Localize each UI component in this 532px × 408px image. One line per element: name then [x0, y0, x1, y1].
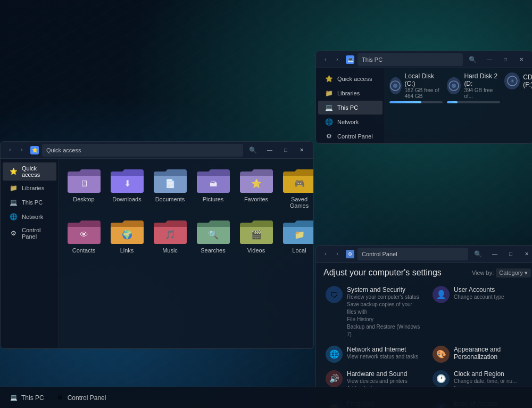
drive-item-f[interactable]: CD Drive (F:): [504, 72, 532, 89]
maximize-button[interactable]: □: [498, 54, 513, 65]
folder-contacts[interactable]: 👁 Contacts: [64, 215, 103, 256]
qa-sidebar-this-pc[interactable]: 💻 This PC: [3, 195, 56, 209]
cp-item-appearance[interactable]: 🎨 Appearance and Personalization: [430, 344, 531, 365]
qa-close-button[interactable]: ✕: [294, 145, 309, 156]
folders-grid: 🖥 Desktop ⬇ Downloads 📄 Documents: [59, 159, 313, 348]
contacts-folder-icon: 👁: [66, 217, 101, 245]
taskbar-control-panel-label: Control Panel: [68, 394, 106, 402]
user-accounts-sub: Change account type: [454, 293, 504, 301]
titlebar-extra: — □ ✕: [482, 54, 529, 65]
cp-titlebar-extra: — □ ✕: [487, 249, 532, 259]
svg-text:🌍: 🌍: [122, 230, 132, 240]
cp-viewby-button[interactable]: Category ▾: [496, 268, 531, 278]
network-internet-title: Network and Internet: [347, 346, 418, 353]
cp-back-button[interactable]: ‹: [320, 249, 331, 259]
qa-sidebar-libraries[interactable]: 📁 Libraries: [3, 181, 56, 195]
qa-forward-button[interactable]: ›: [16, 145, 27, 156]
qa-search-button[interactable]: 🔍: [246, 144, 259, 157]
cp-address-bar[interactable]: Control Panel: [358, 248, 468, 260]
drive-space-c: 182 GB free of 464 GB: [405, 87, 443, 99]
cp-header: Adjust your computer's settings View by:…: [323, 268, 531, 278]
cp-maximize-button[interactable]: □: [503, 249, 518, 259]
window-controls: — □ ✕: [482, 54, 529, 65]
sidebar-item-quick-access[interactable]: ⭐ Quick access: [318, 72, 383, 86]
svg-text:🎮: 🎮: [294, 178, 305, 189]
svg-point-3: [452, 84, 456, 88]
cp-titlebar: ‹ › ⚙ Control Panel 🔍 — □ ✕: [316, 246, 532, 263]
drive-name-f: CD Drive (F:): [523, 74, 532, 88]
network-internet-sub: View network status and tasks: [347, 353, 418, 361]
drive-space-d: 394 GB free of...: [464, 87, 500, 99]
folder-favorites[interactable]: ⭐ Favorites: [237, 164, 276, 211]
this-pc-sidebar: ⭐ Quick access 📁 Libraries 💻 This PC 🌐 N…: [316, 68, 385, 143]
this-pc-content: ⭐ Quick access 📁 Libraries 💻 This PC 🌐 N…: [316, 68, 532, 143]
sidebar-item-libraries[interactable]: 📁 Libraries: [318, 86, 383, 100]
control-panel-icon: ⚙: [325, 132, 333, 141]
qa-content: ⭐ Quick access 📁 Libraries 💻 This PC 🌐 N…: [1, 159, 313, 348]
svg-text:⭐: ⭐: [251, 178, 262, 189]
folder-music-label: Music: [162, 247, 178, 254]
sidebar-item-this-pc[interactable]: 💻 This PC: [318, 101, 383, 115]
minimize-button[interactable]: —: [482, 54, 497, 65]
folder-downloads[interactable]: ⬇ Downloads: [107, 164, 146, 211]
folder-links[interactable]: 🌍 Links: [107, 215, 146, 256]
folder-pictures-label: Pictures: [203, 196, 224, 202]
cp-item-network-internet[interactable]: 🌐 Network and Internet View network stat…: [323, 344, 424, 365]
taskbar-item-this-pc[interactable]: 💻 This PC: [4, 390, 49, 406]
cp-minimize-button[interactable]: —: [487, 249, 502, 259]
network-icon: 🌐: [325, 118, 333, 126]
sidebar-item-control-panel[interactable]: ⚙ Control Panel: [318, 129, 383, 143]
system-security-title: System and Security: [347, 286, 422, 293]
close-button[interactable]: ✕: [514, 54, 529, 65]
videos-folder-icon: 🎬: [239, 217, 273, 245]
taskbar-item-control-panel[interactable]: ⚙ Control Panel: [51, 390, 112, 406]
qa-control-panel-icon: ⚙: [9, 229, 18, 238]
qa-maximize-button[interactable]: □: [278, 145, 293, 156]
pictures-folder-icon: 🏔: [196, 166, 230, 194]
folder-searches[interactable]: 🔍 Searches: [194, 215, 232, 256]
window-icon: 💻: [346, 55, 354, 64]
qa-sidebar-control-panel[interactable]: ⚙ Control Panel: [3, 224, 56, 242]
control-panel-window: ‹ › ⚙ Control Panel 🔍 — □ ✕ Adjust your …: [315, 245, 532, 408]
qa-address-bar[interactable]: Quick access: [42, 144, 243, 157]
appearance-title: Appearance and Personalization: [454, 346, 529, 361]
qa-sidebar-quick-access[interactable]: ⭐ Quick access: [3, 162, 56, 181]
drive-bar-fill-c: [389, 101, 421, 103]
folder-desktop[interactable]: 🖥 Desktop: [64, 164, 103, 211]
cp-search-button[interactable]: 🔍: [471, 248, 484, 260]
address-bar[interactable]: This PC: [358, 53, 463, 66]
sidebar-item-network[interactable]: 🌐 Network: [318, 115, 383, 129]
address-path: This PC: [362, 56, 383, 63]
folder-videos[interactable]: 🎬 Videos: [237, 215, 276, 256]
local-folder-icon: 📁: [282, 217, 313, 245]
user-accounts-icon: 👤: [433, 286, 450, 303]
drive-item-c[interactable]: Local Disk (C:) 182 GB free of 464 GB: [389, 72, 443, 103]
folder-favorites-label: Favorites: [244, 196, 268, 202]
cp-item-user-accounts[interactable]: 👤 User Accounts Change account type: [430, 284, 531, 340]
cp-forward-button[interactable]: ›: [332, 249, 343, 259]
back-button[interactable]: ‹: [320, 54, 331, 65]
drive-item-d[interactable]: Hard Disk 2 (D: 394 GB free of...: [447, 72, 500, 103]
drive-name-d: Hard Disk 2 (D:: [464, 72, 500, 87]
music-folder-icon: 🎵: [153, 217, 187, 245]
qa-sidebar-network[interactable]: 🌐 Network: [3, 210, 56, 224]
qa-minimize-button[interactable]: —: [262, 145, 277, 156]
sidebar-label-network: Network: [337, 119, 359, 125]
cp-item-system-security[interactable]: 🛡 System and Security Review your comput…: [323, 284, 424, 340]
search-button[interactable]: 🔍: [466, 53, 479, 66]
quick-access-window: ‹ › ⭐ Quick access 🔍 — □ ✕ ⭐ Quick acces…: [0, 141, 314, 349]
folder-saved-games[interactable]: 🎮 Saved Games: [280, 164, 313, 211]
svg-text:📄: 📄: [165, 178, 176, 189]
folder-local[interactable]: 📁 Local: [280, 215, 313, 256]
svg-point-1: [393, 84, 397, 88]
forward-button[interactable]: ›: [332, 54, 343, 65]
qa-this-pc-label: This PC: [22, 199, 43, 206]
cp-window-controls: — □ ✕: [487, 249, 532, 259]
cp-close-button[interactable]: ✕: [519, 249, 532, 259]
folder-music[interactable]: 🎵 Music: [151, 215, 189, 256]
system-security-text: System and Security Review your computer…: [347, 286, 422, 338]
cp-page-title: Adjust your computer's settings: [323, 268, 442, 278]
folder-documents[interactable]: 📄 Documents: [151, 164, 189, 211]
qa-back-button[interactable]: ‹: [5, 145, 15, 156]
folder-pictures[interactable]: 🏔 Pictures: [194, 164, 232, 211]
